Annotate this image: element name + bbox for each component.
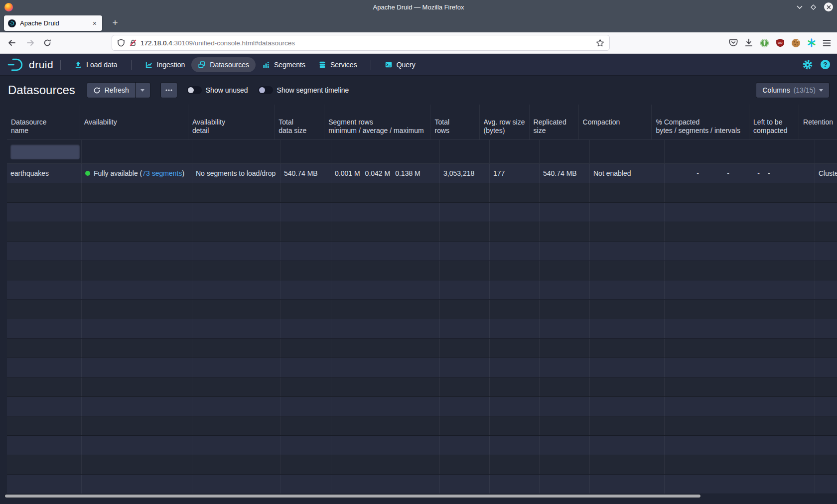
refresh-button[interactable]: Refresh xyxy=(87,83,135,98)
back-button[interactable] xyxy=(4,35,19,50)
window-maximize-button[interactable] xyxy=(810,4,817,10)
show-segment-timeline-toggle[interactable]: Show segment timeline xyxy=(258,86,349,94)
table-row-empty xyxy=(7,416,837,436)
total-data-size-cell: 540.74 MB xyxy=(280,164,331,183)
datasource-name-cell[interactable]: earthquakes xyxy=(7,164,82,183)
column-header-left-to-be-compacted[interactable]: Left to becompacted xyxy=(749,105,799,139)
pocket-icon[interactable] xyxy=(729,38,738,47)
bookmark-star-icon[interactable] xyxy=(596,39,604,47)
column-header-compaction[interactable]: Compaction xyxy=(579,105,652,139)
refresh-label: Refresh xyxy=(105,86,129,94)
forward-button[interactable] xyxy=(23,35,38,50)
column-header-datasource-name[interactable]: Datasourcename xyxy=(7,105,80,139)
column-header-availability[interactable]: Availability xyxy=(80,105,188,139)
show-unused-toggle[interactable]: Show unused xyxy=(187,86,248,94)
column-header-pct-compacted[interactable]: % Compactedbytes / segments / intervals xyxy=(652,105,749,139)
hamburger-menu-icon[interactable] xyxy=(823,39,831,47)
more-actions-button[interactable] xyxy=(161,83,177,98)
table-row-empty xyxy=(7,455,837,475)
new-tab-button[interactable]: + xyxy=(108,16,122,30)
table-row-empty xyxy=(7,242,837,261)
window-close-button[interactable] xyxy=(824,2,833,11)
table-row-empty xyxy=(7,358,837,378)
table-row-empty xyxy=(7,183,837,203)
columns-button[interactable]: Columns (13/15) xyxy=(756,83,829,98)
colorful-asterisk-icon[interactable] xyxy=(807,38,816,47)
table-row-empty xyxy=(7,475,837,494)
refresh-dropdown-button[interactable] xyxy=(136,83,150,98)
druid-navbar: druid Load data Ingestion Datasources Se… xyxy=(0,54,837,76)
ublock-origin-icon[interactable]: UO xyxy=(776,38,785,47)
druid-brand[interactable]: druid xyxy=(7,57,53,72)
url-bar[interactable]: 172.18.0.4:30109/unified-console.html#da… xyxy=(112,35,610,51)
column-header-avg-row-size[interactable]: Avg. row size(bytes) xyxy=(480,105,530,139)
toggle-knob xyxy=(188,87,194,93)
availability-detail-cell: No segments to load/drop xyxy=(192,164,280,183)
nav-item-services[interactable]: Services xyxy=(312,57,364,72)
table-row-empty xyxy=(7,319,837,339)
tracking-shield-icon[interactable] xyxy=(117,39,125,47)
table-row-empty xyxy=(7,378,837,397)
horizontal-scrollbar-thumb[interactable] xyxy=(5,495,700,498)
refresh-icon xyxy=(93,87,101,94)
reload-button[interactable] xyxy=(40,35,55,50)
segments-link[interactable]: 73 segments xyxy=(142,169,182,177)
nav-item-label: Load data xyxy=(86,61,117,69)
tab-close-icon[interactable]: × xyxy=(91,19,98,27)
table-filter-row xyxy=(7,140,837,164)
tab-apache-druid[interactable]: Apache Druid × xyxy=(4,15,102,31)
toggle-knob xyxy=(259,87,265,93)
download-icon[interactable] xyxy=(744,38,753,47)
column-header-segment-rows[interactable]: Segment rowsminimum / average / maximum xyxy=(324,105,430,139)
insecure-lock-icon[interactable] xyxy=(129,39,137,47)
nav-item-ingestion[interactable]: Ingestion xyxy=(139,57,192,72)
nav-item-load-data[interactable]: Load data xyxy=(68,57,124,72)
segments-icon xyxy=(262,61,270,69)
show-unused-label: Show unused xyxy=(206,86,248,94)
page-header: Datasources Refresh Show unused Show seg… xyxy=(0,76,837,105)
url-text: 172.18.0.4:30109/unified-console.html#da… xyxy=(140,39,596,47)
toggle-track xyxy=(187,86,202,94)
url-path: :30109/unified-console.html#datasources xyxy=(172,39,295,47)
column-header-availability-detail[interactable]: Availabilitydetail xyxy=(188,105,275,139)
filter-cell xyxy=(7,140,82,163)
table-row-empty xyxy=(7,280,837,300)
columns-count: (13/15) xyxy=(794,86,816,94)
datasources-icon xyxy=(198,61,206,69)
replicated-size-cell: 540.74 MB xyxy=(540,164,590,183)
column-header-replicated-size[interactable]: Replicatedsize xyxy=(530,105,579,139)
tab-title: Apache Druid xyxy=(20,19,91,27)
nav-item-segments[interactable]: Segments xyxy=(256,57,312,72)
segment-rows-cell: 0.001 M0.042 M0.138 M xyxy=(331,164,440,183)
druid-brand-text: druid xyxy=(29,59,53,71)
nav-item-datasources[interactable]: Datasources xyxy=(191,57,256,72)
column-header-retention[interactable]: Retention xyxy=(799,105,837,139)
help-icon[interactable]: ? xyxy=(821,60,830,69)
column-header-total-rows[interactable]: Totalrows xyxy=(430,105,479,139)
nav-item-query[interactable]: Query xyxy=(378,57,422,72)
nav-divider xyxy=(371,60,371,70)
datasource-filter-input[interactable] xyxy=(10,144,80,159)
window-minimize-button[interactable] xyxy=(797,5,803,9)
left-to-be-compacted-cell: - xyxy=(764,164,815,183)
table-row-empty xyxy=(7,203,837,222)
nav-item-label: Query xyxy=(397,61,416,69)
tab-strip: Apache Druid × + xyxy=(0,14,837,32)
column-header-total-data-size[interactable]: Totaldata size xyxy=(275,105,324,139)
page-title: Datasources xyxy=(8,83,75,97)
retention-cell[interactable]: Cluster default xyxy=(815,164,837,183)
table-row-empty xyxy=(7,339,837,358)
table-row-empty xyxy=(7,397,837,416)
table-row-earthquakes: earthquakes Fully available (73 segments… xyxy=(7,164,837,183)
browser-toolbar: 172.18.0.4:30109/unified-console.html#da… xyxy=(0,32,837,54)
load-data-icon xyxy=(74,61,82,69)
table-row-empty xyxy=(7,436,837,455)
nav-divider xyxy=(131,60,132,70)
avg-row-size-cell: 177 xyxy=(490,164,540,183)
window-title: Apache Druid — Mozilla Firefox xyxy=(0,3,837,11)
window-titlebar: Apache Druid — Mozilla Firefox xyxy=(0,0,837,14)
settings-gear-icon[interactable] xyxy=(802,59,813,70)
privacy-badger-icon[interactable] xyxy=(760,38,769,48)
nav-item-label: Services xyxy=(330,61,357,69)
cookie-icon[interactable] xyxy=(791,38,801,48)
